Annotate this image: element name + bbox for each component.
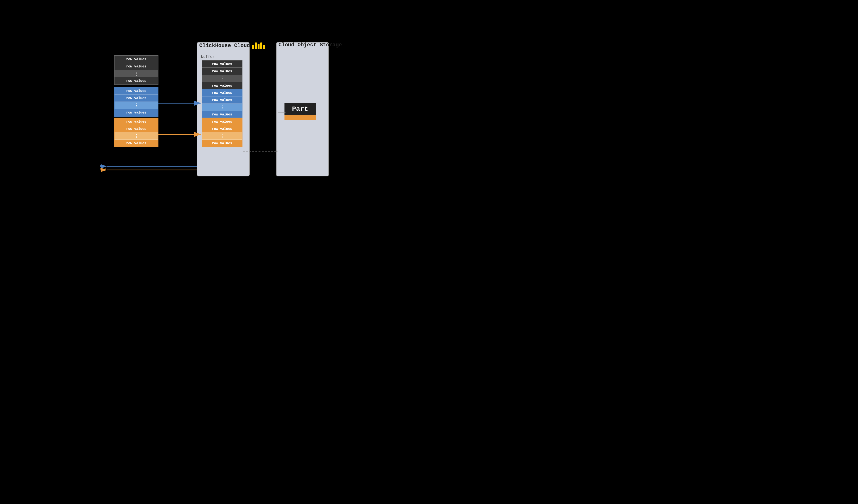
ch-blue-block: row values row values ⋮ row values <box>202 89 242 118</box>
part-block: Part <box>285 103 316 120</box>
ch-blue-dots: ⋮ <box>202 104 242 111</box>
ch-dark-dots: ⋮ <box>202 75 242 82</box>
ch-orange-row-1: row values <box>202 118 242 125</box>
ch-bar-4 <box>260 43 262 49</box>
left-dark-block: row values row values ⋮ row values <box>114 55 158 85</box>
left-blue-row-2: row values <box>114 95 158 102</box>
ch-dark-row-2: row values <box>202 68 242 75</box>
left-blue-block: row values row values ⋮ row values <box>114 87 158 117</box>
ch-orange-block: row values row values ⋮ row values <box>202 118 242 147</box>
left-blue-row-1: row values <box>114 87 158 95</box>
ch-dark-row-3: row values <box>202 82 242 89</box>
left-dark-row-1: row values <box>114 56 158 63</box>
clickhouse-cloud-title: ClickHouse Cloud <box>199 42 265 49</box>
part-top: Part <box>285 103 316 115</box>
left-blue-row-3: row values <box>114 109 158 116</box>
cloud-storage-title: Cloud Object Storage <box>279 42 342 48</box>
buffer-label: buffer <box>201 55 215 59</box>
left-dark-dots: ⋮ <box>114 70 158 77</box>
ch-dark-row-1: row values <box>202 61 242 68</box>
ch-orange-dots: ⋮ <box>202 132 242 140</box>
clickhouse-logo <box>252 42 265 49</box>
clickhouse-cloud-label: ClickHouse Cloud <box>199 43 250 49</box>
ch-dark-block: row values row values ⋮ row values <box>202 60 242 90</box>
part-label: Part <box>292 105 308 113</box>
left-dark-row-3: row values <box>114 77 158 84</box>
ack-blue-label: ACK <box>100 164 106 168</box>
ch-bar-3 <box>258 44 259 49</box>
left-orange-row-2: row values <box>114 125 158 132</box>
ch-orange-row-3: row values <box>202 140 242 147</box>
left-orange-row-3: row values <box>114 140 158 147</box>
ack-orange-label: ACK <box>100 168 106 172</box>
ch-bar-2 <box>255 43 257 49</box>
left-orange-row-1: row values <box>114 118 158 125</box>
ch-blue-row-1: row values <box>202 89 242 97</box>
left-orange-dots: ⋮ <box>114 132 158 140</box>
ch-orange-row-2: row values <box>202 125 242 132</box>
left-orange-block: row values row values ⋮ row values <box>114 118 158 147</box>
left-blue-dots: ⋮ <box>114 102 158 109</box>
ch-blue-row-3: row values <box>202 111 242 118</box>
left-dark-row-2: row values <box>114 63 158 70</box>
ch-blue-row-2: row values <box>202 97 242 104</box>
ch-bar-1 <box>252 45 254 49</box>
ch-bar-5 <box>263 45 265 49</box>
diagram-area: ClickHouse Cloud Cloud Object Storage bu… <box>0 0 858 504</box>
part-bottom <box>285 115 316 120</box>
